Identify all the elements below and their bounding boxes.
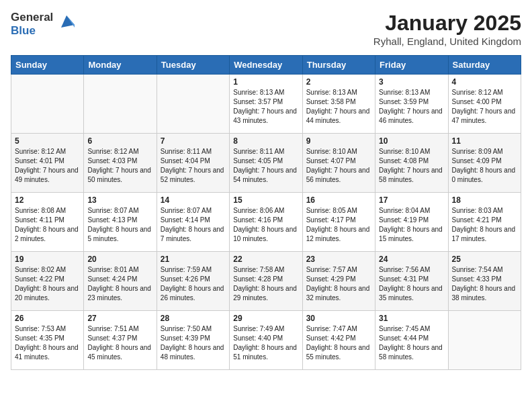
calendar-day-cell: 23Sunrise: 7:57 AM Sunset: 4:29 PM Dayli… (302, 252, 375, 311)
calendar-day-cell: 2Sunrise: 8:13 AM Sunset: 3:58 PM Daylig… (302, 75, 375, 134)
calendar-day-cell: 3Sunrise: 8:13 AM Sunset: 3:59 PM Daylig… (375, 75, 448, 134)
calendar-day-cell: 19Sunrise: 8:02 AM Sunset: 4:22 PM Dayli… (11, 252, 84, 311)
day-info: Sunrise: 8:12 AM Sunset: 4:00 PM Dayligh… (452, 88, 517, 126)
weekday-header: Friday (375, 56, 448, 75)
day-info: Sunrise: 8:08 AM Sunset: 4:11 PM Dayligh… (15, 206, 80, 244)
day-number: 18 (452, 195, 517, 205)
day-number: 24 (379, 255, 444, 264)
day-info: Sunrise: 7:59 AM Sunset: 4:26 PM Dayligh… (161, 265, 226, 303)
day-number: 3 (379, 77, 444, 87)
day-number: 21 (161, 255, 226, 264)
calendar-day-cell: 16Sunrise: 8:05 AM Sunset: 4:17 PM Dayli… (302, 193, 375, 252)
calendar-day-cell: 7Sunrise: 8:11 AM Sunset: 4:04 PM Daylig… (157, 134, 229, 193)
logo: General Blue (11, 11, 77, 37)
day-number: 1 (233, 77, 298, 87)
day-number: 5 (15, 136, 80, 146)
weekday-header: Thursday (302, 56, 375, 75)
day-info: Sunrise: 7:51 AM Sunset: 4:37 PM Dayligh… (87, 324, 152, 362)
day-info: Sunrise: 8:04 AM Sunset: 4:19 PM Dayligh… (379, 206, 444, 244)
calendar-day-cell: 30Sunrise: 7:47 AM Sunset: 4:42 PM Dayli… (302, 311, 375, 370)
day-number: 26 (15, 314, 80, 323)
day-info: Sunrise: 8:13 AM Sunset: 3:59 PM Dayligh… (379, 88, 444, 126)
calendar-week-row: 5Sunrise: 8:12 AM Sunset: 4:01 PM Daylig… (11, 134, 521, 193)
day-number: 10 (379, 136, 444, 146)
calendar-day-cell: 25Sunrise: 7:54 AM Sunset: 4:33 PM Dayli… (448, 252, 521, 311)
calendar-day-cell: 17Sunrise: 8:04 AM Sunset: 4:19 PM Dayli… (375, 193, 448, 252)
day-number: 8 (233, 136, 298, 146)
weekday-header: Monday (84, 56, 157, 75)
calendar-day-cell: 12Sunrise: 8:08 AM Sunset: 4:11 PM Dayli… (11, 193, 84, 252)
day-info: Sunrise: 7:53 AM Sunset: 4:35 PM Dayligh… (15, 324, 80, 362)
day-info: Sunrise: 8:11 AM Sunset: 4:04 PM Dayligh… (161, 147, 226, 185)
day-number: 20 (87, 255, 152, 264)
calendar-day-cell: 31Sunrise: 7:45 AM Sunset: 4:44 PM Dayli… (375, 311, 448, 370)
calendar-day-cell: 1Sunrise: 8:13 AM Sunset: 3:57 PM Daylig… (230, 75, 302, 134)
calendar-day-cell: 15Sunrise: 8:06 AM Sunset: 4:16 PM Dayli… (230, 193, 302, 252)
calendar-day-cell: 10Sunrise: 8:10 AM Sunset: 4:08 PM Dayli… (375, 134, 448, 193)
day-number: 9 (306, 136, 371, 146)
day-number: 11 (452, 136, 517, 146)
location: Ryhall, England, United Kingdom (373, 36, 521, 47)
calendar-day-cell: 5Sunrise: 8:12 AM Sunset: 4:01 PM Daylig… (11, 134, 84, 193)
day-info: Sunrise: 8:13 AM Sunset: 3:57 PM Dayligh… (233, 88, 298, 126)
day-info: Sunrise: 7:47 AM Sunset: 4:42 PM Dayligh… (306, 324, 371, 362)
day-number: 28 (161, 314, 226, 323)
day-info: Sunrise: 8:03 AM Sunset: 4:21 PM Dayligh… (452, 206, 517, 244)
calendar-day-cell: 8Sunrise: 8:11 AM Sunset: 4:05 PM Daylig… (230, 134, 302, 193)
calendar-day-cell: 26Sunrise: 7:53 AM Sunset: 4:35 PM Dayli… (11, 311, 84, 370)
day-number: 12 (15, 195, 80, 205)
calendar-day-cell: 27Sunrise: 7:51 AM Sunset: 4:37 PM Dayli… (84, 311, 157, 370)
day-info: Sunrise: 8:12 AM Sunset: 4:03 PM Dayligh… (87, 147, 152, 185)
calendar-empty-cell (448, 311, 521, 370)
day-info: Sunrise: 8:12 AM Sunset: 4:01 PM Dayligh… (15, 147, 80, 185)
day-number: 29 (233, 314, 298, 323)
calendar-week-row: 26Sunrise: 7:53 AM Sunset: 4:35 PM Dayli… (11, 311, 521, 370)
day-number: 6 (87, 136, 152, 146)
day-info: Sunrise: 8:10 AM Sunset: 4:07 PM Dayligh… (306, 147, 371, 185)
day-number: 7 (161, 136, 226, 146)
day-number: 14 (161, 195, 226, 205)
month-title: January 2025 (373, 11, 521, 36)
day-info: Sunrise: 8:09 AM Sunset: 4:09 PM Dayligh… (452, 147, 517, 185)
day-number: 31 (379, 314, 444, 323)
day-info: Sunrise: 7:58 AM Sunset: 4:28 PM Dayligh… (233, 265, 298, 303)
page-header: General Blue January 2025 Ryhall, Englan… (11, 11, 521, 47)
logo-icon (56, 11, 77, 33)
calendar-day-cell: 13Sunrise: 8:07 AM Sunset: 4:13 PM Dayli… (84, 193, 157, 252)
day-number: 19 (15, 255, 80, 264)
day-number: 16 (306, 195, 371, 205)
calendar-day-cell: 9Sunrise: 8:10 AM Sunset: 4:07 PM Daylig… (302, 134, 375, 193)
weekday-header: Wednesday (230, 56, 302, 75)
logo-blue: Blue (11, 24, 53, 38)
day-number: 23 (306, 255, 371, 264)
calendar-day-cell: 14Sunrise: 8:07 AM Sunset: 4:14 PM Dayli… (157, 193, 229, 252)
calendar-empty-cell (11, 75, 84, 134)
day-info: Sunrise: 8:02 AM Sunset: 4:22 PM Dayligh… (15, 265, 80, 303)
day-number: 30 (306, 314, 371, 323)
weekday-header: Tuesday (157, 56, 229, 75)
calendar-table: SundayMondayTuesdayWednesdayThursdayFrid… (11, 55, 521, 370)
weekday-header: Sunday (11, 56, 84, 75)
logo-general: General (11, 11, 53, 24)
calendar-day-cell: 6Sunrise: 8:12 AM Sunset: 4:03 PM Daylig… (84, 134, 157, 193)
calendar-week-row: 1Sunrise: 8:13 AM Sunset: 3:57 PM Daylig… (11, 75, 521, 134)
day-number: 25 (452, 255, 517, 264)
calendar-empty-cell (157, 75, 229, 134)
day-info: Sunrise: 8:01 AM Sunset: 4:24 PM Dayligh… (87, 265, 152, 303)
calendar-day-cell: 24Sunrise: 7:56 AM Sunset: 4:31 PM Dayli… (375, 252, 448, 311)
day-info: Sunrise: 8:05 AM Sunset: 4:17 PM Dayligh… (306, 206, 371, 244)
day-info: Sunrise: 7:49 AM Sunset: 4:40 PM Dayligh… (233, 324, 298, 362)
day-number: 15 (233, 195, 298, 205)
day-info: Sunrise: 7:56 AM Sunset: 4:31 PM Dayligh… (379, 265, 444, 303)
calendar-day-cell: 20Sunrise: 8:01 AM Sunset: 4:24 PM Dayli… (84, 252, 157, 311)
calendar-week-row: 12Sunrise: 8:08 AM Sunset: 4:11 PM Dayli… (11, 193, 521, 252)
calendar-day-cell: 21Sunrise: 7:59 AM Sunset: 4:26 PM Dayli… (157, 252, 229, 311)
weekday-header: Saturday (448, 56, 521, 75)
day-number: 17 (379, 195, 444, 205)
calendar-day-cell: 28Sunrise: 7:50 AM Sunset: 4:39 PM Dayli… (157, 311, 229, 370)
day-number: 27 (87, 314, 152, 323)
calendar-day-cell: 4Sunrise: 8:12 AM Sunset: 4:00 PM Daylig… (448, 75, 521, 134)
calendar-day-cell: 11Sunrise: 8:09 AM Sunset: 4:09 PM Dayli… (448, 134, 521, 193)
calendar-day-cell: 22Sunrise: 7:58 AM Sunset: 4:28 PM Dayli… (230, 252, 302, 311)
day-info: Sunrise: 8:13 AM Sunset: 3:58 PM Dayligh… (306, 88, 371, 126)
